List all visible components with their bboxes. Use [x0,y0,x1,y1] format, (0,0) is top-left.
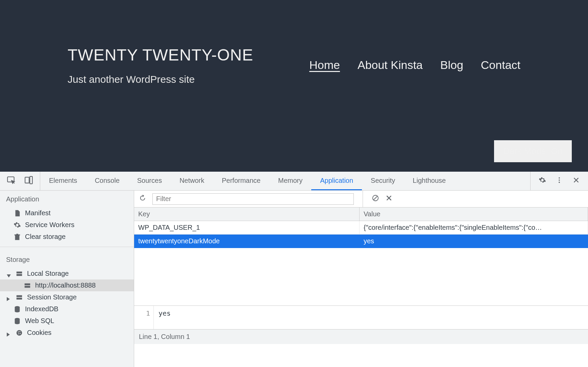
tab-security[interactable]: Security [362,172,404,190]
status-bar: Line 1, Column 1 [134,329,588,344]
tab-application[interactable]: Application [311,172,362,190]
tab-performance[interactable]: Performance [213,172,270,190]
svg-point-16 [19,331,20,332]
svg-point-15 [18,331,19,332]
value-editor[interactable]: 1 yes [134,306,588,329]
sidebar-item-label: Clear storage [25,233,66,241]
svg-point-5 [559,182,560,183]
sidebar-item-label: Session Storage [27,293,77,301]
storage-table: Key Value WP_DATA_USER_1 {"core/interfac… [134,207,588,306]
sidebar-item-local-storage-origin[interactable]: http://localhost:8888 [0,279,134,291]
sidebar-item-local-storage[interactable]: Local Storage [0,268,134,279]
cookie-icon [16,329,23,337]
editor-content: yes [154,306,175,329]
tab-memory[interactable]: Memory [269,172,311,190]
site-title: TWENTY TWENTY-ONE [68,46,253,64]
site-nav: Home About Kinsta Blog Contact [309,46,520,172]
website-preview: TWENTY TWENTY-ONE Just another WordPress… [0,0,588,172]
refresh-icon[interactable] [139,194,146,203]
svg-point-18 [20,333,21,334]
sidebar-item-service-workers[interactable]: Service Workers [0,219,134,231]
kebab-menu-icon[interactable] [556,176,563,186]
devtools-tabs: Elements Console Sources Network Perform… [40,172,455,190]
nav-link-blog[interactable]: Blog [440,58,463,172]
svg-rect-11 [17,297,22,299]
table-filler [134,248,588,305]
gear-icon [14,221,21,229]
svg-rect-6 [17,271,22,273]
trash-icon [14,233,21,241]
gear-icon[interactable] [539,176,546,186]
sidebar-item-label: IndexedDB [25,305,58,313]
line-number: 1 [134,306,154,329]
site-branding: TWENTY TWENTY-ONE Just another WordPress… [68,46,253,172]
table-header-key[interactable]: Key [134,207,360,221]
svg-rect-10 [17,295,22,297]
dark-mode-toggle[interactable]: Dark Mode: On [494,140,572,162]
tabbar-right-icons [530,172,588,190]
cell-value: yes [360,235,588,248]
filter-input[interactable] [152,193,354,205]
svg-rect-9 [25,286,30,288]
sidebar-item-label: Service Workers [25,221,74,229]
application-sidebar: Application Manifest Service Workers Cle… [0,191,134,367]
tab-console[interactable]: Console [86,172,128,190]
storage-icon [16,294,23,301]
sidebar-item-label: Cookies [27,329,51,337]
sidebar-item-indexeddb[interactable]: IndexedDB [0,303,134,315]
svg-point-17 [18,333,19,334]
cell-key: WP_DATA_USER_1 [134,221,360,235]
document-icon [14,210,21,217]
inspect-element-icon[interactable] [7,176,16,186]
svg-rect-2 [30,176,32,184]
tab-network[interactable]: Network [171,172,213,190]
svg-rect-1 [25,177,29,183]
devtools-tabbar: Elements Console Sources Network Perform… [0,172,588,191]
sidebar-item-label: Local Storage [27,270,69,277]
nav-link-home[interactable]: Home [309,58,340,172]
nav-link-about[interactable]: About Kinsta [358,58,423,172]
tab-sources[interactable]: Sources [128,172,171,190]
table-header-value[interactable]: Value [360,207,588,221]
chevron-down-icon [7,271,11,276]
device-toolbar-icon[interactable] [24,176,33,186]
site-tagline: Just another WordPress site [68,74,253,85]
devtools: Elements Console Sources Network Perform… [0,172,588,367]
sidebar-item-websql[interactable]: Web SQL [0,315,134,327]
storage-icon [16,270,23,277]
tabbar-tool-icons [0,172,40,190]
sidebar-item-cookies[interactable]: Cookies [0,327,134,339]
section-storage-title: Storage [0,251,134,268]
sidebar-item-manifest[interactable]: Manifest [0,207,134,219]
cell-key: twentytwentyoneDarkMode [134,235,360,248]
tab-elements[interactable]: Elements [40,172,86,190]
chevron-right-icon [7,331,11,335]
sidebar-item-clear-storage[interactable]: Clear storage [0,231,134,243]
cell-value: {"core/interface":{"enableItems":{"singl… [360,221,588,235]
storage-toolbar [134,191,588,207]
storage-panel: Key Value WP_DATA_USER_1 {"core/interfac… [134,191,588,367]
svg-point-3 [559,177,560,179]
database-icon [14,317,21,325]
clear-icon[interactable] [372,194,379,203]
database-icon [14,305,21,313]
storage-icon [24,282,31,289]
svg-point-14 [17,330,22,336]
close-icon[interactable] [572,176,580,186]
sidebar-item-label: Manifest [25,209,51,217]
chevron-right-icon [7,295,11,300]
delete-icon[interactable] [385,194,393,203]
sidebar-item-label: Web SQL [25,317,54,325]
sidebar-item-label: http://localhost:8888 [35,282,96,289]
section-application-title: Application [0,191,134,207]
svg-point-4 [559,179,560,181]
sidebar-item-session-storage[interactable]: Session Storage [0,291,134,303]
svg-rect-8 [25,283,30,285]
svg-line-20 [374,196,377,200]
tab-lighthouse[interactable]: Lighthouse [404,172,455,190]
svg-rect-7 [17,274,22,276]
